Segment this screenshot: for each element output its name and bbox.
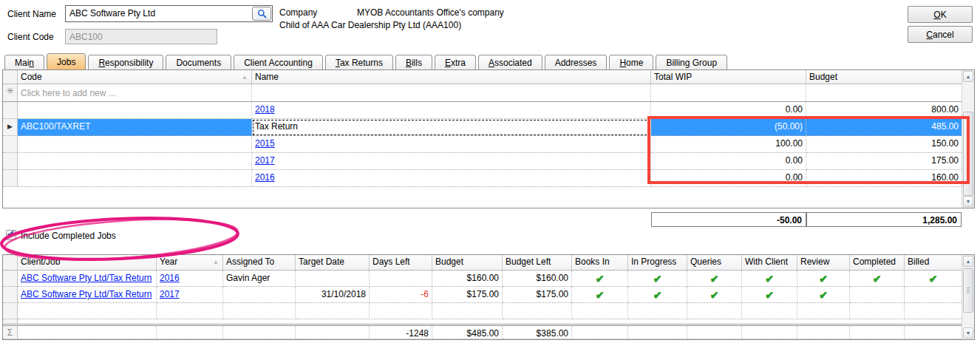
company-child-line: Child of AAA Car Dealership Pty Ltd (AAA… (279, 20, 461, 30)
tab-client-accounting[interactable]: Client Accounting (234, 55, 323, 69)
column-header-client-job[interactable]: Client/Job (18, 255, 157, 270)
status-grid: Client/Job Year▲ Assigned To Target Date… (2, 254, 975, 340)
tab-associated[interactable]: Associated (478, 55, 542, 69)
scroll-up-icon[interactable]: ▲ (963, 256, 973, 267)
client-job-link[interactable]: ABC Software Pty Ltd/Tax Return (21, 273, 152, 283)
column-header-with-client[interactable]: With Client (742, 255, 797, 270)
table-row[interactable]: 2015 100.00 150.00 (3, 136, 962, 153)
check-icon: ✔ (596, 273, 605, 285)
table-row[interactable]: 2016 0.00 160.00 (3, 170, 962, 187)
scroll-up-icon[interactable]: ▲ (963, 71, 973, 82)
tab-documents[interactable]: Documents (166, 55, 231, 69)
job-year-link[interactable]: 2018 (255, 104, 275, 115)
scroll-down-icon[interactable]: ▼ (963, 327, 973, 339)
sigma-icon: Σ (3, 326, 18, 339)
column-header-books-in[interactable]: Books In (572, 255, 628, 270)
client-window: Client Name ABC Software Pty Ltd Client … (0, 0, 980, 343)
table-row[interactable]: ABC Software Pty Ltd/Tax Return 2017 31/… (3, 287, 962, 303)
check-icon: ✔ (929, 273, 938, 285)
tab-extra[interactable]: Extra (435, 55, 476, 69)
budget-total: $485.00 (432, 326, 503, 339)
column-header-total-wip[interactable]: Total WIP (651, 70, 806, 84)
search-icon (257, 9, 267, 18)
column-header-queries[interactable]: Queries (687, 255, 742, 270)
column-header-days-left[interactable]: Days Left (370, 255, 432, 270)
add-new-prompt[interactable]: Click here to add new ... (18, 84, 252, 101)
total-wip-sum: -50.00 (651, 212, 806, 227)
focused-cell[interactable]: Tax Return (252, 119, 651, 136)
status-grid-header: Client/Job Year▲ Assigned To Target Date… (3, 255, 962, 271)
column-header-completed[interactable]: Completed (850, 255, 905, 270)
check-icon: ✔ (710, 273, 719, 285)
tab-main[interactable]: Main (4, 55, 44, 69)
client-name-input[interactable]: ABC Software Pty Ltd (65, 5, 273, 22)
tab-bills[interactable]: Bills (395, 55, 432, 69)
days-left-overdue[interactable]: -6 (370, 287, 432, 303)
check-icon: ✔ (710, 289, 719, 301)
include-completed-label[interactable]: Include Completed Jobs (21, 231, 116, 241)
budget-left-total: $385.00 (503, 326, 572, 339)
ok-button[interactable]: OK (908, 6, 973, 23)
check-icon: ✔ (873, 273, 882, 285)
client-code-input: ABC100 (65, 29, 217, 44)
tab-tax-returns[interactable]: Tax Returns (325, 55, 393, 69)
cancel-button[interactable]: Cancel (908, 26, 973, 43)
job-year-link[interactable]: 2016 (255, 172, 275, 183)
client-code-value: ABC100 (69, 32, 103, 42)
jobs-grid-scrollbar[interactable]: ▲ ▼ (962, 70, 974, 208)
client-job-link[interactable]: ABC Software Pty Ltd/Tax Return (21, 289, 152, 299)
new-row-icon: ✳ (3, 84, 18, 101)
column-header-assigned-to[interactable]: Assigned To (223, 255, 296, 270)
column-header-year[interactable]: Year▲ (157, 255, 223, 270)
tab-responsibility[interactable]: Responsibility (88, 55, 163, 69)
check-icon: ✔ (765, 289, 774, 301)
column-header-name[interactable]: Name (252, 70, 651, 84)
year-link[interactable]: 2016 (160, 273, 180, 283)
column-header-in-progress[interactable]: In Progress (628, 255, 687, 270)
job-year-link[interactable]: 2017 (255, 155, 275, 166)
column-header-budget[interactable]: Budget (432, 255, 503, 270)
table-row-selected[interactable]: ▶ ABC100/TAXRET Tax Return (50.00) 485.0… (3, 119, 962, 136)
table-row[interactable]: ABC Software Pty Ltd/Tax Return 2016 Gav… (3, 271, 962, 287)
jobs-grid-header: Code▲ Name Total WIP Budget (3, 70, 962, 84)
scrollbar-thumb[interactable] (963, 268, 973, 313)
table-row-empty (3, 303, 962, 319)
header-indicator (3, 70, 18, 84)
current-row-arrow-icon: ▶ (3, 119, 18, 136)
table-row[interactable]: 2017 0.00 175.00 (3, 153, 962, 170)
check-icon: ✔ (819, 289, 828, 301)
status-grid-totals-row: Σ -1248 $485.00 $385.00 (3, 324, 962, 339)
budget-sum: 1,285.00 (806, 212, 962, 227)
column-header-billed[interactable]: Billed (905, 255, 962, 270)
check-icon: ✔ (596, 289, 605, 301)
jobs-grid: Code▲ Name Total WIP Budget ✳ Click here… (2, 69, 975, 208)
thumb-grip (967, 151, 970, 157)
column-header-code[interactable]: Code▲ (18, 70, 252, 84)
job-year-link[interactable]: 2015 (255, 138, 275, 149)
company-value: MYOB Accountants Office's company (357, 7, 504, 18)
tab-jobs[interactable]: Jobs (47, 53, 86, 69)
status-grid-scrollbar[interactable]: ▲ ▼ (962, 255, 974, 339)
sort-asc-icon: ▲ (242, 74, 248, 81)
table-row[interactable]: 2018 0.00 800.00 (3, 102, 962, 119)
thumb-grip (967, 288, 970, 293)
column-header-review[interactable]: Review (797, 255, 850, 270)
scroll-down-icon[interactable]: ▼ (963, 196, 973, 207)
check-icon: ✔ (653, 273, 662, 285)
search-button[interactable] (252, 7, 271, 21)
sort-asc-icon: ▲ (213, 259, 219, 265)
tab-billing-group[interactable]: Billing Group (656, 55, 727, 69)
check-icon: ✔ (819, 273, 828, 285)
column-header-budget-left[interactable]: Budget Left (503, 255, 572, 270)
tab-addresses[interactable]: Addresses (545, 55, 608, 69)
scrollbar-thumb[interactable] (963, 112, 973, 196)
add-new-row[interactable]: ✳ Click here to add new ... (3, 84, 962, 102)
company-label: Company (279, 7, 317, 18)
client-name-value: ABC Software Pty Ltd (69, 8, 155, 18)
tab-home[interactable]: Home (609, 55, 653, 69)
include-completed-checkbox[interactable]: ✔ (6, 230, 16, 240)
column-header-budget[interactable]: Budget (806, 70, 962, 84)
column-header-target-date[interactable]: Target Date (296, 255, 370, 270)
year-link[interactable]: 2017 (160, 289, 180, 299)
tab-bar: Main Jobs Responsibility Documents Clien… (4, 54, 974, 70)
